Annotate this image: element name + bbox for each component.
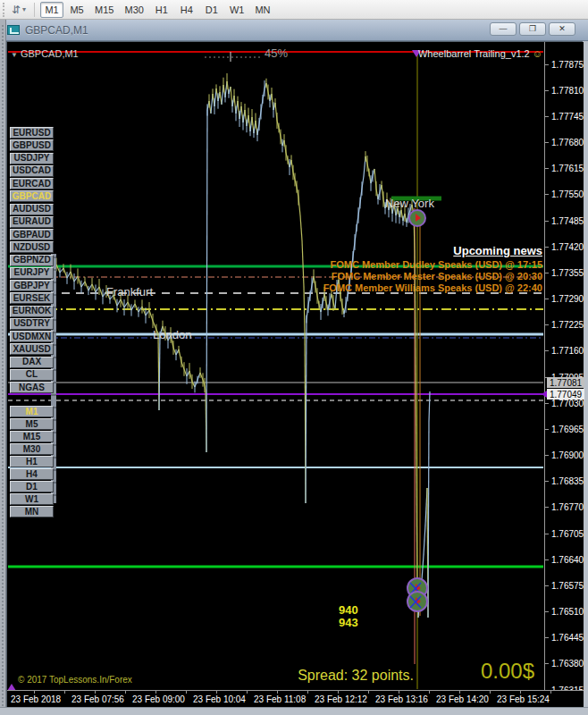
chart-area[interactable]: ▼GBPCAD,M1 45% Wheelbarrel Trailing_v1.2… xyxy=(6,41,583,707)
toolbar-separator xyxy=(34,3,35,17)
chart-window-titlebar[interactable]: GBPCAD,M1 — ❐ ✕ xyxy=(0,20,588,41)
toolbar-timeframe-h4[interactable]: H4 xyxy=(175,2,198,18)
smiley-icon: ☺ xyxy=(533,48,542,59)
price-bar xyxy=(304,287,305,333)
price-tick: 1.77615 xyxy=(545,164,584,173)
price-tick: 1.76965 xyxy=(545,425,584,433)
time-axis[interactable]: 23 Feb 201823 Feb 07:5623 Feb 09:0023 Fe… xyxy=(7,690,584,707)
price-tick: 1.76445 xyxy=(545,634,584,643)
panel-timeframe-m30[interactable]: M30 xyxy=(10,443,54,455)
price-tick: 1.76575 xyxy=(545,581,584,590)
time-tick-mark xyxy=(216,691,217,694)
panel-timeframe-mn[interactable]: MN xyxy=(10,506,54,517)
price-tick: 1.76640 xyxy=(545,555,584,564)
symbol-button-gbpaud[interactable]: GBPAUD xyxy=(10,229,54,240)
close-button[interactable]: ✕ xyxy=(549,22,575,36)
symbol-button-ngas[interactable]: NGAS xyxy=(10,382,54,393)
price-tick: 1.77550 xyxy=(545,190,584,199)
symbol-button-nzdusd[interactable]: NZDUSD xyxy=(10,241,54,253)
toolbar-timeframe-h1[interactable]: H1 xyxy=(150,2,173,18)
symbol-button-audusd[interactable]: AUDUSD xyxy=(10,204,54,215)
symbol-button-dax[interactable]: DAX xyxy=(10,357,54,368)
panel-timeframe-h1[interactable]: H1 xyxy=(10,456,54,467)
toolbar-timeframe-d1[interactable]: D1 xyxy=(200,2,223,18)
symbol-button-gbpjpy[interactable]: GBPJPY xyxy=(10,280,54,291)
price-bar xyxy=(85,282,88,290)
price-chart-canvas[interactable] xyxy=(7,42,582,706)
panel-timeframe-m5[interactable]: M5 xyxy=(10,418,54,430)
toolbar-timeframe-m30[interactable]: M30 xyxy=(120,2,147,18)
time-tick-label: 23 Feb 15:24 xyxy=(497,694,550,704)
price-tick: 1.76835 xyxy=(545,477,584,486)
toolbar-grip[interactable] xyxy=(3,3,7,17)
price-tick: 1.77875 xyxy=(545,60,584,69)
price-bar xyxy=(206,110,207,452)
symbol-button-usdtry[interactable]: USDTRY xyxy=(10,318,54,330)
symbol-button-usdmxn[interactable]: USDMXN xyxy=(10,331,54,342)
price-bar xyxy=(88,284,92,290)
toolbar-timeframe-mn[interactable]: MN xyxy=(250,2,274,18)
time-tick-mark xyxy=(247,691,248,694)
price-axis[interactable]: 1.778751.778101.777451.776801.776151.775… xyxy=(544,42,584,690)
timeframe-toolbar: ⇵ ▾ M1M5M15M30H1H4D1W1MN xyxy=(0,0,588,20)
symbol-button-usdjpy[interactable]: USDJPY xyxy=(10,153,54,164)
time-tick-mark xyxy=(64,691,65,694)
level-arrow-icon xyxy=(542,391,547,398)
price-tick: 1.77485 xyxy=(545,216,584,225)
price-bar xyxy=(135,304,139,312)
symbol-button-eurusd[interactable]: EURUSD xyxy=(10,127,54,139)
symbol-button-gbpusd[interactable]: GBPUSD xyxy=(10,139,54,151)
toolbar-timeframe-m1[interactable]: M1 xyxy=(40,2,63,18)
toolbar-timeframe-m5[interactable]: M5 xyxy=(65,2,88,18)
panel-divider[interactable] xyxy=(0,20,6,715)
price-tick: 1.76510 xyxy=(545,608,584,617)
price-bar xyxy=(302,240,304,287)
price-tick: 1.77420 xyxy=(545,242,584,251)
symbol-button-eurcad[interactable]: EURCAD xyxy=(10,178,54,189)
time-tick-mark xyxy=(429,691,430,694)
price-tick: 1.77680 xyxy=(545,139,584,147)
toolbar-timeframe-m15[interactable]: M15 xyxy=(90,2,118,18)
price-bar xyxy=(131,304,135,310)
time-tick-label: 23 Feb 11:08 xyxy=(254,694,306,704)
symbol-button-eurjpy[interactable]: EURJPY xyxy=(10,267,54,279)
time-tick-mark xyxy=(550,691,551,694)
chevron-down-icon[interactable]: ▾ xyxy=(22,5,26,13)
symbol-button-gbpcad[interactable]: GBPCAD xyxy=(10,190,54,202)
price-tick: 1.76705 xyxy=(545,529,584,538)
level-price-badge: 1.77049 xyxy=(547,389,584,400)
symbol-button-eurnok[interactable]: EURNOK xyxy=(10,306,54,317)
tick-chart-icon[interactable]: ⇵ xyxy=(10,4,22,16)
price-bar xyxy=(142,307,146,315)
time-tick-mark xyxy=(277,691,278,694)
symbol-button-cl[interactable]: CL xyxy=(10,369,54,381)
price-bar xyxy=(306,319,307,503)
copyright-label: © 2017 TopLessons.In/Forex xyxy=(18,675,132,685)
spread-label: Spread: 32 points. xyxy=(222,668,414,684)
symbol-button-gbpnzd[interactable]: GBPNZD xyxy=(10,255,54,266)
price-bar xyxy=(121,299,124,307)
panel-timeframe-w1[interactable]: W1 xyxy=(10,493,54,505)
symbol-button-euraud[interactable]: EURAUD xyxy=(10,216,54,228)
price-bar xyxy=(92,284,96,292)
toolbar-timeframe-w1[interactable]: W1 xyxy=(225,2,249,18)
minimize-button[interactable]: — xyxy=(490,22,517,36)
price-tick: 1.77290 xyxy=(545,295,584,304)
panel-timeframe-m1[interactable]: M1 xyxy=(10,406,54,417)
bid-price-badge: 1.77081 xyxy=(547,377,584,388)
panel-timeframe-h4[interactable]: H4 xyxy=(10,468,54,480)
percent-indicator-label: 45% xyxy=(265,46,288,60)
time-tick-mark xyxy=(338,691,339,694)
panel-timeframe-d1[interactable]: D1 xyxy=(10,481,54,492)
time-tick-label: 23 Feb 10:04 xyxy=(193,694,246,704)
symbol-button-usdcad[interactable]: USDCAD xyxy=(10,165,54,177)
price-tick: 1.77160 xyxy=(545,347,584,356)
chevron-down-icon[interactable]: ▼ xyxy=(11,51,18,59)
news-title: Upcoming news xyxy=(453,244,542,257)
restore-button[interactable]: ❐ xyxy=(519,22,546,36)
price-bar xyxy=(63,268,67,278)
panel-timeframe-m15[interactable]: M15 xyxy=(10,431,54,442)
symbol-button-xauusd[interactable]: XAUUSD xyxy=(10,343,54,355)
symbol-button-eursek[interactable]: EURSEK xyxy=(10,292,54,304)
price-tick: 1.77810 xyxy=(545,86,584,95)
